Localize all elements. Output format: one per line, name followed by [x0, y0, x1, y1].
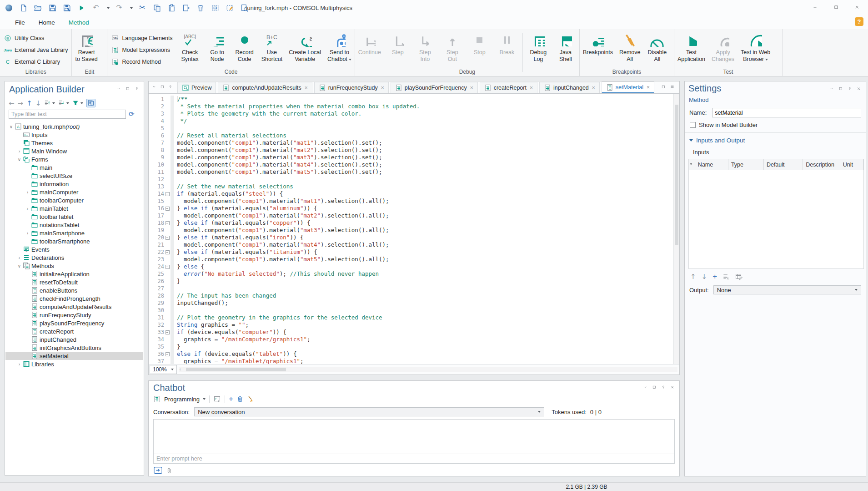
fold-icon[interactable]: −: [164, 350, 171, 358]
tree-item-toolbarsmartphone[interactable]: toolbarSmartphone: [5, 237, 143, 245]
tree-item-inputs[interactable]: Inputs: [5, 131, 143, 139]
model-data-access-toggle[interactable]: [86, 99, 95, 107]
fold-icon[interactable]: −: [164, 219, 171, 227]
editor-tab-setmaterial[interactable]: setMaterial×: [602, 81, 654, 93]
float-icon[interactable]: [161, 85, 166, 90]
paste-button[interactable]: [166, 3, 176, 13]
close-tab-icon[interactable]: ×: [470, 85, 473, 91]
tree-item-toolbartablet[interactable]: toolbarTablet: [5, 213, 143, 221]
maximize-pane-icon[interactable]: [662, 85, 667, 90]
tree-item-main[interactable]: main: [5, 163, 143, 172]
tree-item-initializeapplication[interactable]: initializeApplication: [5, 270, 143, 278]
test-in-web-browser-button[interactable]: Test in WebBrowser: [738, 31, 773, 63]
float-icon[interactable]: [126, 87, 131, 92]
tree-item-createreport[interactable]: createReport: [5, 327, 143, 335]
disable-all-button[interactable]: DisableAll: [643, 31, 671, 63]
move-down-icon[interactable]: ↓: [702, 273, 707, 281]
tree-item-information[interactable]: information: [5, 180, 143, 188]
test-application-button[interactable]: TestApplication: [674, 31, 708, 63]
show-in-model-builder-checkbox[interactable]: [690, 122, 696, 128]
close-tab-icon[interactable]: ×: [647, 84, 650, 91]
expand-icon[interactable]: ›: [25, 231, 30, 236]
fold-icon[interactable]: −: [164, 234, 171, 241]
close-icon[interactable]: [857, 87, 862, 92]
column-header-description[interactable]: Description: [803, 159, 840, 170]
run-button[interactable]: [76, 3, 86, 13]
close-tab-icon[interactable]: ×: [592, 85, 595, 91]
delete-row-icon[interactable]: [722, 273, 730, 280]
fold-icon[interactable]: −: [164, 248, 171, 256]
close-icon[interactable]: [671, 385, 676, 390]
redo-button[interactable]: ↷: [114, 3, 124, 13]
pin-icon[interactable]: [135, 87, 140, 92]
highlight-button[interactable]: [225, 3, 235, 13]
external-c-library-button[interactable]: CExternal C Library: [4, 56, 68, 67]
expand-icon[interactable]: ›: [16, 362, 22, 367]
forward-icon[interactable]: →: [18, 99, 24, 107]
fold-icon[interactable]: −: [164, 263, 171, 270]
chevron-down-icon[interactable]: [830, 87, 835, 92]
float-icon[interactable]: [652, 385, 657, 390]
editor-tab-playsoundforfrequency[interactable]: playSoundForFrequency×: [391, 82, 478, 93]
tree-item-events[interactable]: Events: [5, 245, 143, 253]
new-conversation-icon[interactable]: +: [229, 396, 233, 403]
chevron-down-icon[interactable]: [643, 385, 648, 390]
dropdown-caret[interactable]: [105, 4, 110, 12]
chevron-down-icon[interactable]: [117, 87, 122, 92]
tree-item-declarations[interactable]: ›Declarations: [5, 253, 143, 262]
pin-icon[interactable]: [848, 87, 853, 92]
close-tab-icon[interactable]: ×: [381, 85, 384, 91]
dropdown-caret[interactable]: [129, 4, 133, 12]
tab-list-icon[interactable]: [670, 85, 676, 90]
editor-tab-preview[interactable]: Preview: [177, 82, 216, 93]
tree-item-main-window[interactable]: ›Main Window: [5, 147, 143, 155]
select-button[interactable]: [210, 3, 220, 13]
language-elements-button[interactable]: ABCLanguage Elements: [111, 33, 172, 44]
java-shell-button[interactable]: JavaShell: [552, 31, 579, 63]
code-editor[interactable]: 1/**2 * Sets the material properties whe…: [149, 94, 673, 364]
clear-conversation-icon[interactable]: [247, 395, 255, 403]
move-up-icon[interactable]: ↑: [690, 273, 696, 281]
output-dropdown[interactable]: None: [713, 285, 861, 294]
open-file-button[interactable]: [33, 3, 43, 13]
send-to-chatbot-button[interactable]: Send toChatbot: [324, 31, 355, 63]
tree-item-forms[interactable]: ∨Forms: [5, 155, 143, 163]
fold-icon[interactable]: −: [164, 329, 171, 336]
remove-all-button[interactable]: RemoveAll: [616, 31, 644, 63]
tree-item-setmaterial[interactable]: setMaterial: [5, 352, 143, 360]
model-expressions-button[interactable]: a=Model Expressions: [111, 45, 172, 56]
tree-item-inputchanged[interactable]: inputChanged: [5, 335, 143, 344]
fold-icon[interactable]: −: [164, 205, 171, 212]
prompt-input[interactable]: [154, 454, 674, 463]
tree-item-toolbarcomputer[interactable]: toolbarComputer: [5, 196, 143, 204]
close-icon[interactable]: [847, 0, 868, 15]
tree-item-maincomputer[interactable]: ›mainComputer: [5, 188, 143, 196]
column-header-type[interactable]: Type: [728, 159, 764, 170]
tree-item-resettodefault[interactable]: resetToDefault: [5, 278, 143, 286]
debug-log-button[interactable]: DebugLog: [525, 31, 552, 63]
expand-all-icon[interactable]: [58, 100, 69, 106]
chevron-down-icon[interactable]: [152, 85, 157, 90]
delete-button[interactable]: [196, 3, 206, 13]
help-icon[interactable]: ?: [855, 17, 863, 26]
expand-icon[interactable]: ›: [16, 149, 22, 154]
expand-icon[interactable]: ›: [25, 190, 30, 195]
delete-conversation-icon[interactable]: [237, 395, 244, 403]
add-row-icon[interactable]: +: [712, 273, 717, 281]
tree-item-enablebuttons[interactable]: enableButtons: [5, 286, 143, 294]
collapse-all-icon[interactable]: [44, 100, 55, 106]
column-header-unit[interactable]: Unit: [840, 159, 863, 170]
vertical-scrollbar[interactable]: [673, 94, 679, 364]
expand-icon[interactable]: ›: [25, 206, 30, 211]
zoom-select[interactable]: 100%: [150, 365, 177, 374]
send-icon[interactable]: [153, 466, 162, 474]
record-method-button[interactable]: Record Method: [111, 56, 172, 67]
tree-item-libraries[interactable]: ›Libraries: [5, 360, 143, 368]
collapse-icon[interactable]: ∨: [16, 263, 22, 268]
back-icon[interactable]: ←: [9, 99, 15, 107]
close-tab-icon[interactable]: ×: [305, 85, 308, 91]
collapse-icon[interactable]: ∨: [8, 124, 14, 129]
save-button[interactable]: [47, 3, 57, 13]
tree-item-runfrequencystudy[interactable]: runFrequencyStudy: [5, 311, 143, 319]
utility-class-button[interactable]: Utility Class: [4, 33, 68, 44]
